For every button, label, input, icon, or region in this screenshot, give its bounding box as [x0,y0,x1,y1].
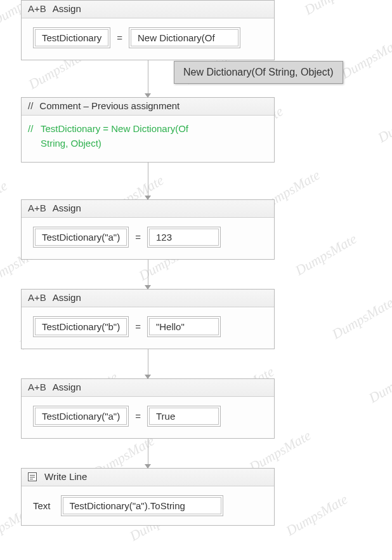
comment-slashes: // [28,122,33,137]
comment-line: TestDictionary = New Dictionary(Of [41,123,188,134]
flow-arrow [21,60,275,97]
activity-header: A+B Assign [22,1,274,18]
activity-title: Write Line [44,471,87,482]
assign-right-input[interactable]: New Dictionary(Of [131,29,238,46]
equals-sign: = [135,321,141,332]
assign-left-input[interactable]: TestDictionary("a") [35,229,127,246]
writeline-label: Text [33,500,51,511]
assign-activity-4[interactable]: A+B Assign TestDictionary("a") = True [21,378,275,439]
assign-right-input[interactable]: "Hello" [149,318,219,335]
activity-header: Write Line [22,469,274,486]
activity-header: A+B Assign [22,379,274,397]
activity-tag: A+B [28,292,46,303]
assign-activity-3[interactable]: A+B Assign TestDictionary("b") = "Hello" [21,289,275,349]
activity-tag: A+B [28,3,46,14]
flow-arrow [21,439,275,468]
equals-sign: = [117,32,122,43]
flow-arrow [21,349,275,378]
flow-arrow [21,260,275,289]
activity-title: Assign [53,203,81,213]
activity-header: // Comment – Previous assignment [22,98,274,116]
assign-left-input[interactable]: TestDictionary("a") [35,408,127,425]
flow-arrow [21,163,275,199]
equals-sign: = [135,232,141,243]
assign-left-input[interactable]: TestDictionary [35,29,108,46]
activity-header: A+B Assign [22,200,274,218]
activity-title: Comment – Previous assignment [39,100,180,111]
activity-title: Assign [53,3,81,14]
activity-tag: A+B [28,382,46,392]
activity-header: A+B Assign [22,290,274,307]
writeline-activity[interactable]: Write Line Text TestDictionary("a").ToSt… [21,468,275,526]
comment-line: String, Object) [41,138,101,149]
comment-body: // TestDictionary = New Dictionary(Of St… [22,116,274,162]
equals-sign: = [135,411,141,422]
assign-right-input[interactable]: True [149,408,219,425]
assign-activity-2[interactable]: A+B Assign TestDictionary("a") = 123 [21,199,275,260]
writeline-icon [28,472,37,481]
activity-tag: A+B [28,203,46,213]
activity-title: Assign [53,382,81,392]
assign-left-input[interactable]: TestDictionary("b") [35,318,127,335]
assign-right-input[interactable]: 123 [149,229,219,246]
writeline-text-input[interactable]: TestDictionary("a").ToString [63,497,221,514]
activity-title: Assign [53,292,81,303]
comment-activity[interactable]: // Comment – Previous assignment // Test… [21,97,275,163]
activity-tag: // [28,100,33,111]
assign-activity-1[interactable]: A+B Assign TestDictionary = New Dictiona… [21,0,275,60]
